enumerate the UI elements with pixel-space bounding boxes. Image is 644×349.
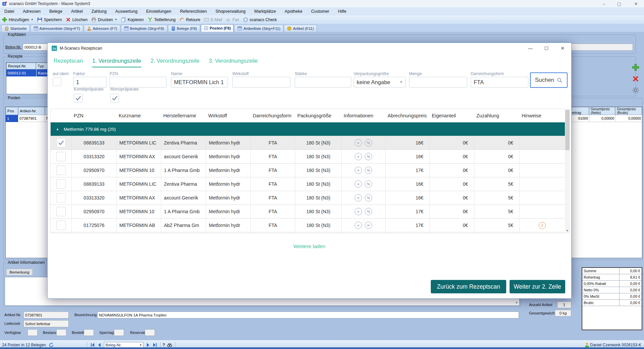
stock-field-sperrlager[interactable] [114,329,124,336]
stock-field-bestellt[interactable] [84,329,94,336]
posten-col-ertrag[interactable]: ertrag [570,107,589,115]
group-header-row[interactable]: ▲Metformin 779.86 mg (20) [51,122,565,136]
header-cell-kurzname[interactable]: Kurzname [117,109,161,122]
row-checkbox[interactable] [56,207,66,216]
staerke-input[interactable] [295,77,351,88]
menu-item-referenzlisten[interactable]: Referenzlisten [176,7,211,15]
menu-item-einstellungen[interactable]: Einstellungen [142,7,176,15]
back-to-rezeptscan-button[interactable]: Zurück zum Rezeptscan [431,280,506,293]
modal-tab-3-verordnungszeile[interactable]: 3. Verordnungszeile [209,58,258,67]
next-line-button[interactable]: Weiter zur 2. Zeile [510,280,565,293]
menu-item-datei[interactable]: Datei [0,7,18,15]
toolbar-button-scanacs-check[interactable]: scanacs Check [242,16,279,23]
remove-row-icon[interactable] [632,75,640,83]
modal-tab-2-verordnungszeile[interactable]: 2. Verordnungszeile [151,58,199,67]
3p-circle-icon[interactable]: 3P [365,222,372,229]
menu-circle-icon[interactable]: ≡ [355,139,362,147]
header-cell-zuzahlung[interactable]: Zuzahlung [474,109,520,122]
modal-tab-rezeptscan[interactable]: Rezeptscan [54,58,83,67]
table-row[interactable]: 08839133METFORMIN LICZentiva PharmaMetfo… [51,136,565,150]
header-cell-pzn[interactable]: PZN [72,109,117,122]
chevron-down-icon[interactable]: ▼ [115,18,117,21]
darreichung-input[interactable]: FTA [471,77,528,88]
collapse-triangle-icon[interactable]: ▲ [56,127,59,131]
menu-item-zahlung[interactable]: Zahlung [87,7,111,15]
table-row[interactable]: 01725076METFORMIN ABAbZ Pharma GmMetform… [51,218,565,232]
faktor-input[interactable]: 1 [73,77,107,88]
settings-gear-icon[interactable] [632,86,640,95]
percent-circle-icon[interactable]: % [365,194,372,201]
window-maximize-button[interactable]: ▢ [613,0,625,7]
toolbar-button-drucken[interactable]: Drucken▼ [90,16,120,23]
table-row[interactable]: 03313320METFORMIN AXaxcount GenerikMetfo… [51,191,565,205]
menu-item-marktplätze[interactable]: Marktplätze [250,7,281,15]
row-checkbox[interactable] [56,138,66,148]
header-cell-darreichungsform[interactable]: Darreichungsform [251,109,295,122]
percent-circle-icon[interactable]: % [365,167,372,174]
nav-first-icon[interactable] [90,342,95,348]
header-cell-hinweise[interactable]: Hinweise [520,109,565,122]
rezepte-row-nr[interactable]: 000012-01 [6,69,36,76]
table-row[interactable]: 02950970METFORMIN 101 A Pharma GmbMetfor… [51,205,565,218]
results-scrollbar[interactable]: ▼ [565,109,570,233]
menu-circle-icon[interactable]: ≡ [355,180,362,188]
menu-item-auswertung[interactable]: Auswertung [111,7,142,15]
artikel-nr-field[interactable]: 07387901 [23,311,69,318]
tab-artikelliste-strg-f11-[interactable]: Artikelliste (Strg+F11) [234,25,283,32]
bezeichnung-field[interactable]: NOVAMINSULFON 1A Pharma Tropfen [97,311,519,318]
table-row[interactable]: 03313320METFORMIN AXaxcount GenerikMetfo… [51,150,565,163]
menu-item-customer[interactable]: Customer [307,7,334,15]
scrollbar-down-icon[interactable]: ▼ [565,228,570,233]
posten-row-brutto[interactable]: 0,00000 [615,115,642,122]
table-row[interactable]: 02950970METFORMIN 101 A Pharma GmbMetfor… [51,163,565,177]
nav-prev-icon[interactable] [97,342,102,348]
mono-checkbox[interactable] [110,94,119,103]
menge-input[interactable] [409,77,467,88]
tab-belege-f8-[interactable]: Belege (F8) [168,25,200,32]
window-minimize-button[interactable]: – [598,0,609,7]
toolbar-button-hinzufügen[interactable]: Hinzufügen▼ [1,16,36,23]
percent-circle-icon[interactable]: % [365,208,372,215]
table-row-partial[interactable] [51,232,565,233]
tab-belegliste-strg-f8-[interactable]: Belegliste (Strg+F8) [121,25,167,32]
search-button[interactable]: Suchen [530,72,568,88]
menu-item-belege[interactable]: Belege [45,7,67,15]
menu-circle-icon[interactable]: ≡ [355,194,362,201]
row-checkbox[interactable] [56,193,66,202]
name-input[interactable]: METFORMIN Lich 1 [171,77,228,88]
scrollbar-thumb[interactable] [565,110,570,150]
chevron-down-icon[interactable]: ▼ [31,18,34,21]
menu-item-artikel[interactable]: Artikel [67,7,87,15]
window-close-button[interactable]: ✕ [630,0,642,7]
load-more-link[interactable]: Weitere laden [48,243,571,249]
menu-item-hilfe[interactable]: Hilfe [334,7,351,15]
toolbar-button-speichern[interactable]: Speichern [36,16,64,23]
percent-circle-icon[interactable]: % [365,139,372,147]
modal-minimize-button[interactable]: — [525,44,536,52]
header-cell-herstellername[interactable]: Herstellername [161,109,206,122]
pzn-input[interactable] [110,77,167,88]
header-cell-wirkstoff[interactable]: Wirkstoff [206,109,251,122]
toolbar-button-teillieferung[interactable]: Teillieferung [146,16,178,23]
menu-item-shopverwaltung[interactable]: Shopverwaltung [211,7,250,15]
row-checkbox[interactable] [56,152,66,161]
refresh-icon[interactable] [49,342,54,348]
table-row[interactable]: 08839133METFORMIN LICZentiva PharmaMetfo… [51,177,565,191]
aut-idem-checkbox[interactable] [53,77,61,86]
search-binoculars-icon[interactable] [167,342,172,348]
posten-col-pos[interactable]: Pos [6,107,18,115]
tab-startseite[interactable]: Startseite [1,25,30,32]
stock-field-bestand[interactable] [56,329,66,336]
modal-maximize-button[interactable]: ☐ [541,44,552,52]
nav-next-icon[interactable] [145,342,151,348]
tab-adressenliste-strg-f7-[interactable]: Adressenliste (Strg+F7) [31,25,83,32]
tab-artikel-f11-[interactable]: Artikel (F11) [284,25,317,32]
scroll-down-icon[interactable]: ▼ [514,300,519,305]
row-checkbox[interactable] [56,166,66,175]
percent-circle-icon[interactable]: % [365,180,372,188]
posten-row-artikel[interactable]: 07387901 [18,115,45,122]
nav-last-icon[interactable] [152,342,158,348]
stock-field-reserviert[interactable] [145,329,155,336]
info-circle-icon[interactable]: i [539,222,546,229]
header-cell-eigenanteil[interactable]: Eigenanteil [430,109,474,122]
